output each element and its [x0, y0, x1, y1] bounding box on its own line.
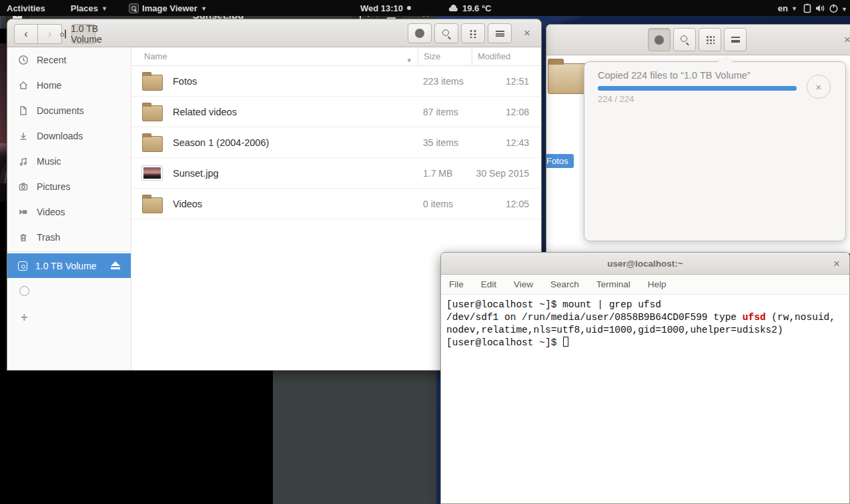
folder-icon-large[interactable] [548, 63, 586, 94]
search-icon [442, 29, 452, 39]
sidebar-label: Pictures [37, 181, 71, 192]
file-row[interactable]: Fotos 223 items 12:51 [131, 66, 541, 97]
file-row[interactable]: Videos 0 items 12:05 [131, 189, 541, 219]
menu-edit[interactable]: Edit [481, 279, 496, 289]
location-button[interactable]: 1.0 TB Volume [71, 24, 95, 44]
system-status-area[interactable]: en [774, 0, 850, 16]
list-view-icon [469, 29, 477, 38]
sidebar-item-volume[interactable]: 1.0 TB Volume [7, 253, 131, 278]
copy-cancel-button[interactable]: × [807, 75, 831, 99]
clock-menu[interactable]: Wed 13:10 [360, 0, 411, 16]
selected-folder-label[interactable]: Fotos [546, 154, 574, 168]
system-menu-chevron-icon [841, 3, 846, 13]
weather-indicator[interactable]: 19.6 °C [442, 0, 498, 16]
column-header-name[interactable]: Name ▾ [131, 51, 418, 61]
places-menu[interactable]: Places [64, 0, 113, 16]
files2-headerbar: × [546, 25, 850, 55]
sidebar-item-trash[interactable]: Trash [7, 225, 131, 250]
sidebar-label: Home [37, 80, 61, 91]
files1-menu-button[interactable] [488, 23, 512, 43]
drive-icon [65, 29, 66, 39]
menu-terminal[interactable]: Terminal [596, 279, 630, 289]
files2-close-button[interactable]: × [844, 34, 850, 45]
sidebar-item-videos[interactable]: Videos [7, 199, 131, 225]
sidebar-item-home[interactable]: Home [7, 73, 131, 98]
files2-menu-button[interactable] [724, 28, 747, 51]
terminal-titlebar[interactable]: user@localhost:~ × [441, 253, 849, 275]
sort-descending-icon: ▾ [407, 56, 411, 65]
copy-progress-popover: Copied 224 files to “1.0 TB Volume” 224 … [584, 61, 846, 241]
sidebar-add-bookmark-icon[interactable]: + [21, 311, 131, 325]
sidebar-item-music[interactable]: Music [7, 149, 131, 174]
search-icon [680, 35, 690, 45]
forward-button[interactable]: › [38, 24, 62, 44]
copy-progress-bar [598, 86, 797, 91]
sidebar-separator [7, 251, 131, 252]
column-header-modified[interactable]: Modified [472, 47, 536, 66]
terminal-close-button[interactable]: × [833, 258, 840, 269]
operations-progress-icon [415, 29, 424, 38]
sidebar-item-documents[interactable]: Documents [7, 98, 131, 123]
file-size: 0 items [418, 199, 472, 209]
image-viewer-app-icon [129, 3, 139, 13]
file-row[interactable]: Season 1 (2004-2006) 35 items 12:43 [131, 127, 541, 158]
mount-output-post: (rw,nosuid, [766, 312, 835, 323]
sidebar-item-partial-disc-icon[interactable] [19, 286, 29, 296]
operations-progress-icon [655, 35, 664, 45]
sidebar-item-pictures[interactable]: Pictures [7, 174, 131, 199]
menu-file[interactable]: File [449, 279, 464, 289]
files1-close-button[interactable]: × [524, 27, 530, 39]
files2-operations-button[interactable] [648, 28, 671, 51]
files2-search-button[interactable] [673, 28, 696, 51]
document-icon [18, 105, 29, 116]
files1-search-button[interactable] [434, 23, 458, 43]
desktop: × Fotos Copied 224 files to “1.0 TB Volu… [0, 0, 850, 504]
mount-output-pre: /dev/sdf1 on /run/media/user/0858B9B64CD… [446, 312, 743, 323]
copy-progress-track [598, 86, 797, 91]
volume-icon [815, 3, 826, 13]
file-modified: 12:51 [472, 76, 536, 87]
top-bar: Activities Places Image Viewer Wed 13:10… [0, 0, 850, 16]
drive-icon [18, 261, 27, 271]
power-icon [829, 3, 839, 13]
menu-search[interactable]: Search [550, 279, 579, 289]
eject-icon[interactable] [111, 261, 120, 266]
file-row[interactable]: Related videos 87 items 12:08 [131, 97, 541, 127]
activities-button[interactable]: Activities [0, 0, 52, 16]
popover-arrow [718, 55, 733, 62]
video-icon [18, 207, 29, 217]
file-row[interactable]: Sunset.jpg 1.7 MB 30 Sep 2015 [131, 158, 541, 189]
menu-view[interactable]: View [514, 279, 533, 289]
file-size: 1.7 MB [418, 168, 472, 179]
files1-view-button[interactable] [461, 23, 485, 43]
sidebar-label: Music [37, 156, 61, 167]
hamburger-menu-icon [731, 37, 740, 43]
files2-view-button[interactable] [699, 28, 721, 51]
terminal-window: user@localhost:~ × File Edit View Search… [440, 252, 850, 504]
files1-headerbar[interactable]: ‹ › 1.0 TB Volume × [7, 19, 541, 47]
folder-icon [142, 105, 163, 121]
location-label: 1.0 TB Volume [71, 23, 102, 45]
terminal-title: user@localhost:~ [607, 259, 683, 269]
sidebar-item-recent[interactable]: Recent [7, 47, 131, 73]
file-name: Related videos [173, 107, 418, 117]
back-button[interactable]: ‹ [14, 24, 38, 44]
app-menu[interactable]: Image Viewer [122, 0, 212, 16]
trash-icon [18, 232, 29, 243]
sidebar-label: Documents [37, 105, 84, 116]
files1-operations-button[interactable] [408, 23, 432, 43]
terminal-output[interactable]: [user@localhost ~]$ mount | grep ufsd /d… [441, 295, 849, 503]
mount-output-line2: nodev,relatime,nls=utf8,uid=1000,gid=100… [446, 325, 783, 335]
file-modified: 12:08 [472, 107, 536, 117]
grid-view-icon [706, 35, 715, 44]
file-size: 35 items [418, 137, 472, 148]
menu-help[interactable]: Help [648, 279, 667, 289]
sidebar-label: Trash [37, 232, 60, 243]
mount-output-match: ufsd [743, 312, 766, 323]
temperature-label: 19.6 °C [462, 3, 492, 13]
file-name: Sunset.jpg [173, 168, 418, 179]
sidebar-item-downloads[interactable]: Downloads [7, 123, 131, 149]
column-header-size[interactable]: Size [418, 47, 472, 66]
folder-icon [142, 75, 163, 91]
keyboard-layout-indicator[interactable]: en [774, 0, 800, 16]
